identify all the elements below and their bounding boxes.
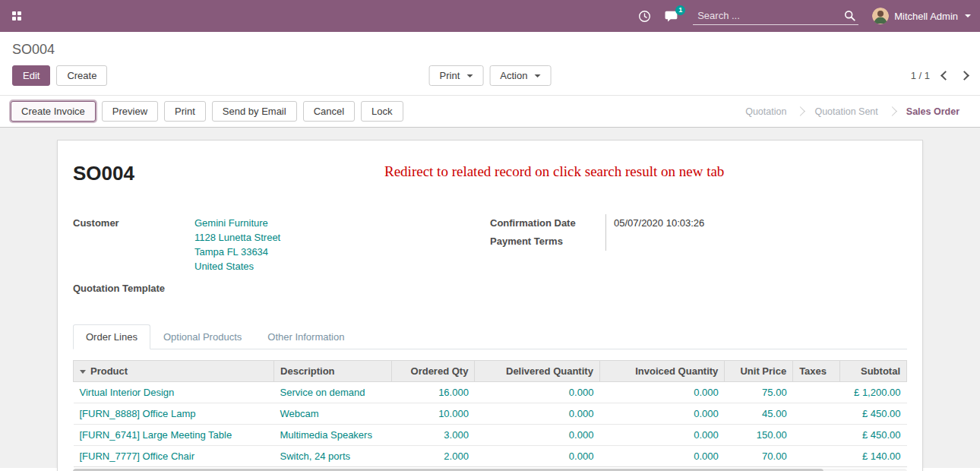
payment-terms-label: Payment Terms — [490, 232, 605, 251]
chevron-right-icon — [887, 106, 897, 116]
pager: 1 / 1 — [911, 70, 968, 81]
pager-next-icon[interactable] — [959, 71, 969, 81]
edit-button[interactable]: Edit — [12, 65, 50, 86]
annotation-text: Redirect to related record on click sear… — [384, 163, 724, 180]
customer-link[interactable]: Gemini Furniture — [194, 216, 280, 230]
table-header-row: Product Description Ordered Qty Delivere… — [74, 361, 907, 382]
messages-badge: 1 — [675, 5, 685, 15]
status-step-quotation[interactable]: Quotation — [735, 104, 796, 119]
field-values-column: 05/07/2020 10:03:26 — [605, 214, 907, 251]
cell-delivered-qty: 0.000 — [475, 382, 599, 403]
send-by-email-button[interactable]: Send by Email — [212, 101, 297, 122]
pager-previous-icon[interactable] — [940, 71, 950, 81]
print-dropdown-label: Print — [440, 70, 460, 81]
tab-optional-products[interactable]: Optional Products — [150, 324, 254, 349]
cell-unit-price: 75.00 — [725, 382, 793, 403]
global-search — [693, 7, 858, 25]
cell-subtotal: £ 450.00 — [840, 425, 907, 446]
cell-taxes — [793, 403, 840, 425]
create-invoice-button[interactable]: Create Invoice — [11, 101, 96, 122]
cell-invoiced-qty: 0.000 — [599, 425, 724, 446]
content-area: SO004 Redirect to related record on clic… — [0, 128, 980, 468]
print-dropdown-button[interactable]: Print — [429, 65, 484, 86]
column-header-taxes[interactable]: Taxes — [793, 361, 840, 382]
action-dropdown-label: Action — [500, 70, 527, 81]
cell-description: Switch, 24 ports — [274, 446, 392, 467]
cell-delivered-qty: 0.000 — [475, 403, 599, 425]
preview-button[interactable]: Preview — [102, 101, 158, 122]
cell-product[interactable]: [FURN_7777] Office Chair — [74, 446, 274, 467]
breadcrumb: SO004 — [12, 42, 55, 57]
chevron-right-icon — [796, 106, 806, 116]
table-row[interactable]: [FURN_6741] Large Meeting Table Multimed… — [74, 425, 907, 446]
user-name: Mitchell Admin — [894, 11, 958, 22]
cell-description: Service on demand — [274, 382, 392, 403]
cell-product[interactable]: [FURN_6741] Large Meeting Table — [74, 425, 274, 446]
confirmation-date-label: Confirmation Date — [490, 214, 605, 232]
column-header-product[interactable]: Product — [74, 361, 274, 382]
print-button[interactable]: Print — [164, 101, 206, 122]
table-row[interactable]: [FURN_7777] Office Chair Switch, 24 port… — [74, 446, 907, 467]
activity-clock-icon[interactable] — [638, 10, 651, 23]
status-step-sales-order[interactable]: Sales Order — [896, 104, 969, 119]
cell-ordered-qty: 10.000 — [391, 403, 475, 425]
search-icon[interactable] — [844, 10, 855, 21]
form-sheet: SO004 Redirect to related record on clic… — [57, 140, 923, 471]
cancel-button[interactable]: Cancel — [303, 101, 355, 122]
quotation-template-label: Quotation Template — [73, 281, 194, 296]
customer-address-line: Tampa FL 33634 — [194, 245, 280, 259]
top-navbar: 1 Mitchell Admin — [0, 0, 980, 32]
column-header-ordered-qty[interactable]: Ordered Qty — [391, 361, 475, 382]
cell-unit-price: 45.00 — [725, 403, 793, 425]
breadcrumb-row: SO004 — [0, 32, 980, 59]
sort-caret-icon — [80, 370, 86, 374]
status-step-quotation-sent[interactable]: Quotation Sent — [805, 104, 887, 119]
column-header-invoiced-quantity[interactable]: Invoiced Quantity — [599, 361, 724, 382]
column-header-unit-price[interactable]: Unit Price — [725, 361, 793, 382]
column-header-subtotal[interactable]: Subtotal — [840, 361, 907, 382]
user-menu[interactable]: Mitchell Admin — [872, 8, 971, 24]
chevron-down-icon — [965, 14, 971, 17]
pager-value: 1 / 1 — [911, 70, 930, 81]
customer-address-line: 1128 Lunetta Street — [194, 230, 280, 245]
cell-subtotal: £ 450.00 — [840, 403, 907, 425]
order-lines-table: Product Description Ordered Qty Delivere… — [73, 360, 907, 467]
table-row[interactable]: Virtual Interior Design Service on deman… — [74, 382, 907, 403]
cell-invoiced-qty: 0.000 — [599, 403, 724, 425]
customer-label: Customer — [73, 216, 194, 273]
cell-subtotal: £ 1,200.00 — [840, 382, 907, 403]
status-steps: Quotation Quotation Sent Sales Order — [735, 104, 969, 119]
table-row[interactable]: [FURN_8888] Office Lamp Webcam 10.000 0.… — [74, 403, 907, 425]
cell-ordered-qty: 2.000 — [391, 446, 475, 467]
create-button[interactable]: Create — [56, 65, 107, 86]
form-fields-group: Customer Gemini Furniture 1128 Lunetta S… — [73, 214, 907, 297]
column-header-description[interactable]: Description — [274, 361, 392, 382]
chevron-down-icon — [466, 74, 473, 77]
payment-terms-value — [614, 232, 907, 251]
avatar — [872, 8, 889, 24]
confirmation-date-value: 05/07/2020 10:03:26 — [614, 214, 907, 232]
apps-menu-icon[interactable] — [9, 8, 24, 24]
tab-other-information[interactable]: Other Information — [254, 324, 357, 349]
search-input[interactable] — [696, 9, 839, 22]
customer-address-line: United States — [194, 259, 280, 273]
action-dropdown-button[interactable]: Action — [489, 65, 551, 86]
cell-product[interactable]: Virtual Interior Design — [74, 382, 274, 403]
cell-taxes — [793, 382, 840, 403]
cell-description: Multimedia Speakers — [274, 425, 392, 446]
cell-delivered-qty: 0.000 — [475, 425, 599, 446]
cell-ordered-qty: 3.000 — [391, 425, 475, 446]
cell-product[interactable]: [FURN_8888] Office Lamp — [74, 403, 274, 425]
statusbar: Create Invoice Preview Print Send by Ema… — [0, 95, 980, 128]
messages-icon[interactable]: 1 — [665, 10, 679, 23]
column-header-delivered-quantity[interactable]: Delivered Quantity — [475, 361, 599, 382]
lock-button[interactable]: Lock — [361, 101, 403, 122]
tab-order-lines[interactable]: Order Lines — [73, 324, 150, 349]
cell-invoiced-qty: 0.000 — [599, 382, 724, 403]
notebook-tabs: Order Lines Optional Products Other Info… — [73, 324, 907, 349]
cell-ordered-qty: 16.000 — [391, 382, 475, 403]
cell-subtotal: £ 140.00 — [840, 446, 907, 467]
cell-unit-price: 70.00 — [725, 446, 793, 467]
cell-delivered-qty: 0.000 — [475, 446, 599, 467]
chevron-down-icon — [534, 74, 540, 77]
